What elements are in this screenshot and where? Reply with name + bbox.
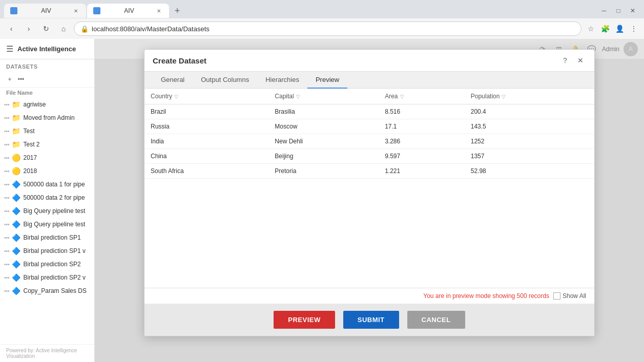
folder-icon: 📁 <box>12 127 20 135</box>
list-item[interactable]: ••• 🔷 Birbal prediction SP2 v <box>0 271 94 284</box>
tab-output-columns[interactable]: Output Columns <box>193 72 257 89</box>
filter-icon-country[interactable]: ▽ <box>174 94 178 99</box>
tab-favicon-2 <box>93 7 100 14</box>
help-icon[interactable]: ? <box>559 55 571 66</box>
list-item[interactable]: ••• 📁 Test <box>0 124 94 138</box>
sidebar-add-btn[interactable]: + <box>4 74 15 85</box>
preview-button[interactable]: PREVIEW <box>274 311 335 329</box>
preview-mode-text: You are in preview mode showing 500 reco… <box>423 292 549 300</box>
table-icon: 🔷 <box>12 180 20 188</box>
cancel-button[interactable]: CANCEL <box>407 311 465 329</box>
list-item[interactable]: ••• 🔷 Birbal prediction SP2 <box>0 258 94 271</box>
preview-footer: You are in preview mode showing 500 reco… <box>144 288 594 304</box>
tab-favicon-1 <box>10 7 17 14</box>
show-all-checkbox-area[interactable]: Show All <box>553 292 586 300</box>
forward-button[interactable]: › <box>22 22 36 36</box>
preview-table: Country ▽ Capital ▽ <box>144 89 594 179</box>
cell-area: 1.221 <box>379 164 465 179</box>
item-label: Test <box>24 127 35 135</box>
cell-area: 17.1 <box>379 119 465 134</box>
table-icon: 🔷 <box>12 207 20 215</box>
item-dots: ••• <box>4 222 10 227</box>
tab-preview[interactable]: Preview <box>307 72 347 89</box>
list-item[interactable]: ••• 🔷 500000 data 2 for pipe <box>0 191 94 204</box>
item-label: Birbal prediction SP1 v <box>24 247 86 254</box>
table-row: Brazil Brasilia 8.516 200.4 <box>144 104 594 119</box>
sidebar-dots-btn[interactable]: ••• <box>15 74 27 85</box>
tab-close-2[interactable]: ✕ <box>155 7 163 15</box>
item-dots: ••• <box>4 142 10 147</box>
tab-hierarchies[interactable]: Hierarchies <box>257 72 307 89</box>
list-item[interactable]: ••• 🔷 Birbal prediction SP1 v <box>0 244 94 258</box>
cell-capital: Beijing <box>268 149 379 164</box>
table-icon: 🔷 <box>12 247 20 255</box>
item-dots: ••• <box>4 275 10 281</box>
filter-icon-area[interactable]: ▽ <box>400 94 404 99</box>
col-header-population: Population ▽ <box>465 89 594 104</box>
cell-population: 143.5 <box>465 119 594 134</box>
menu-icon[interactable]: ⋮ <box>628 23 640 35</box>
show-all-checkbox[interactable] <box>553 292 560 300</box>
browser-chrome: AIV ✕ AIV ✕ + ─ □ ✕ ‹ › ↻ ⌂ 🔒 localhost:… <box>0 0 644 39</box>
address-bar[interactable]: 🔒 localhost:8080/aiv/MasterData/Datasets <box>74 22 581 36</box>
item-label: Big Query pipeline test <box>24 221 86 228</box>
folder-icon: 📁 <box>12 100 20 109</box>
tab-close-1[interactable]: ✕ <box>72 7 80 15</box>
back-button[interactable]: ‹ <box>4 22 18 36</box>
create-dataset-dialog: Create Dataset ? ✕ General Output Column… <box>144 49 595 336</box>
list-item[interactable]: ••• 📁 Moved from Admin <box>0 111 94 124</box>
browser-tab-1[interactable]: AIV ✕ <box>4 4 86 18</box>
bookmark-icon[interactable]: ☆ <box>585 23 597 35</box>
close-window-button[interactable]: ✕ <box>626 4 640 18</box>
cell-country: Russia <box>144 119 268 134</box>
list-item[interactable]: ••• 🔷 Birbal prediction SP1 <box>0 231 94 244</box>
item-dots: ••• <box>4 182 10 187</box>
table-icon: 🔷 <box>12 220 20 228</box>
tab-general[interactable]: General <box>153 72 193 89</box>
table-row: South Africa Pretoria 1.221 52.98 <box>144 164 594 179</box>
hamburger-icon[interactable]: ☰ <box>6 44 13 54</box>
dialog-header-icons: ? ✕ <box>559 55 586 66</box>
cell-population: 52.98 <box>465 164 594 179</box>
item-dots: ••• <box>4 208 10 214</box>
new-tab-button[interactable]: + <box>170 4 184 18</box>
list-item[interactable]: ••• 📁 Test 2 <box>0 138 94 151</box>
profile-icon[interactable]: 👤 <box>613 23 626 35</box>
extension-icon[interactable]: 🧩 <box>599 23 611 35</box>
dialog-title: Create Dataset <box>153 56 206 65</box>
preview-area: Country ▽ Capital ▽ <box>144 89 594 304</box>
table-icon: 🔷 <box>12 260 20 268</box>
filter-icon-population[interactable]: ▽ <box>502 94 506 99</box>
list-item[interactable]: ••• 🔷 Big Query pipeline test <box>0 218 94 231</box>
item-dots: ••• <box>4 102 10 108</box>
cell-population: 1357 <box>465 149 594 164</box>
cell-capital: Pretoria <box>268 164 379 179</box>
folder-icon: 📁 <box>12 114 20 122</box>
table-container[interactable]: Country ▽ Capital ▽ <box>144 89 594 288</box>
list-item[interactable]: ••• 🟡 2017 <box>0 151 94 164</box>
refresh-button[interactable]: ↻ <box>39 22 53 36</box>
item-dots: ••• <box>4 155 10 161</box>
list-item[interactable]: ••• 🔷 500000 data 1 for pipe <box>0 178 94 191</box>
item-dots: ••• <box>4 115 10 121</box>
cell-capital: Brasilia <box>268 104 379 119</box>
browser-tab-2[interactable]: AIV ✕ <box>87 4 169 18</box>
cell-country: Brazil <box>144 104 268 119</box>
item-label: 2018 <box>24 167 37 175</box>
sidebar: ☰ Active Intelligence DATASETS + ••• Fil… <box>0 39 95 362</box>
browser-toolbar-icons: ☆ 🧩 👤 ⋮ <box>585 23 640 35</box>
item-dots: ••• <box>4 195 10 201</box>
item-label: 500000 data 2 for pipe <box>24 194 85 201</box>
list-item[interactable]: ••• 🔷 Big Query pipeline test <box>0 204 94 218</box>
list-item[interactable]: ••• 🟡 2018 <box>0 164 94 178</box>
minimize-button[interactable]: ─ <box>597 4 611 18</box>
home-button[interactable]: ⌂ <box>56 22 71 36</box>
restore-button[interactable]: □ <box>611 4 626 18</box>
submit-button[interactable]: SUBMIT <box>343 311 399 329</box>
filter-icon-capital[interactable]: ▽ <box>296 94 300 99</box>
dialog-close-icon[interactable]: ✕ <box>575 55 586 66</box>
table-icon: 🔷 <box>12 273 20 282</box>
table-icon: 🔷 <box>12 287 20 295</box>
list-item[interactable]: ••• 🔷 Copy_Param Sales DS <box>0 284 94 297</box>
list-item[interactable]: ••• 📁 agriwise <box>0 98 94 111</box>
